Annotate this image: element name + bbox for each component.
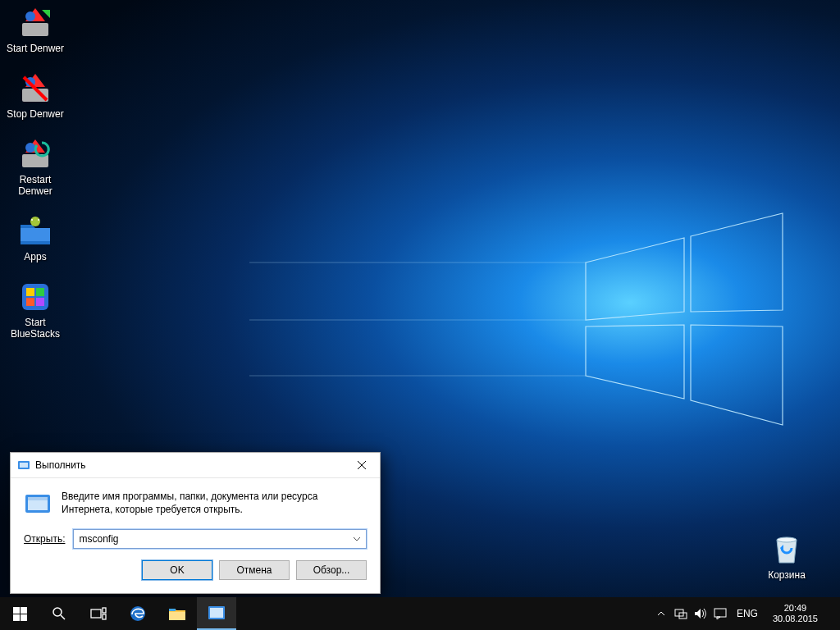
svg-rect-44 — [210, 608, 223, 618]
run-body: Введите имя программы, папки, документа … — [11, 478, 380, 524]
recycle-bin-icon — [769, 532, 805, 568]
desktop: Start Denwer Stop Denwer Restart Denwer … — [0, 0, 840, 630]
svg-point-14 — [30, 217, 40, 226]
icon-label: Start BlueStacks — [5, 317, 66, 340]
svg-rect-37 — [91, 609, 101, 618]
svg-rect-42 — [169, 609, 176, 611]
title-bar[interactable]: Выполнить — [11, 453, 380, 478]
tray-volume-icon[interactable] — [694, 607, 707, 620]
tray-clock[interactable]: 20:49 30.08.2015 — [768, 603, 823, 624]
windows-logo-icon — [13, 607, 27, 621]
svg-marker-5 — [42, 10, 50, 18]
desktop-icon-recycle-bin[interactable]: Корзина — [756, 532, 817, 581]
svg-rect-20 — [26, 298, 34, 306]
svg-point-16 — [38, 219, 39, 221]
wallpaper-logo — [578, 213, 791, 427]
bluestacks-icon — [17, 279, 53, 315]
svg-point-6 — [25, 11, 35, 21]
tray-time: 20:49 — [773, 603, 818, 614]
svg-rect-48 — [714, 609, 726, 617]
icon-label: Stop Denwer — [7, 108, 63, 120]
icon-label: Restart Denwer — [5, 174, 66, 197]
svg-rect-33 — [13, 614, 20, 621]
svg-rect-25 — [20, 463, 28, 468]
system-tray: ENG 20:49 30.08.2015 — [650, 597, 840, 630]
svg-rect-31 — [13, 607, 20, 614]
desktop-icon-start-denwer[interactable]: Start Denwer — [5, 5, 66, 54]
ok-button[interactable]: OK — [142, 560, 212, 580]
tray-language[interactable]: ENG — [733, 608, 761, 619]
denwer-start-icon — [17, 5, 53, 41]
desktop-icon-bluestacks[interactable]: Start BlueStacks — [5, 279, 66, 340]
svg-point-35 — [53, 608, 62, 616]
svg-point-22 — [777, 537, 797, 542]
tray-date: 30.08.2015 — [773, 614, 818, 624]
denwer-restart-icon — [17, 136, 53, 172]
svg-rect-30 — [28, 497, 48, 500]
svg-marker-49 — [717, 617, 720, 619]
taskbar-edge[interactable] — [118, 597, 158, 630]
icon-label: Start Denwer — [7, 43, 64, 54]
svg-rect-32 — [21, 607, 27, 614]
edge-icon — [129, 605, 147, 623]
svg-rect-39 — [103, 614, 106, 619]
apps-folder-icon — [17, 213, 53, 249]
run-taskbar-icon — [208, 605, 226, 620]
search-icon — [52, 606, 66, 621]
task-view-button[interactable] — [79, 597, 118, 630]
svg-line-36 — [61, 615, 65, 619]
svg-rect-21 — [36, 298, 44, 306]
svg-rect-18 — [26, 288, 34, 296]
tray-notifications-icon[interactable] — [714, 607, 727, 620]
svg-rect-17 — [22, 284, 48, 310]
taskbar-explorer[interactable] — [158, 597, 197, 630]
svg-point-13 — [25, 143, 35, 153]
start-button[interactable] — [0, 597, 39, 630]
taskbar: ENG 20:49 30.08.2015 — [0, 597, 840, 630]
svg-rect-38 — [103, 608, 106, 613]
task-view-icon — [90, 607, 107, 620]
svg-point-15 — [31, 219, 33, 221]
svg-rect-34 — [21, 614, 27, 621]
desktop-icons-right: Корзина — [756, 532, 817, 581]
desktop-icons-column: Start Denwer Stop Denwer Restart Denwer … — [5, 5, 66, 340]
svg-rect-19 — [36, 288, 44, 296]
svg-marker-47 — [695, 609, 701, 619]
open-combobox[interactable] — [73, 529, 367, 549]
tray-chevron-up-icon[interactable] — [655, 607, 668, 620]
file-explorer-icon — [168, 605, 186, 622]
open-label: Открыть: — [24, 533, 65, 545]
open-row: Открыть: — [11, 524, 380, 560]
desktop-icon-apps[interactable]: Apps — [5, 213, 66, 262]
icon-label: Apps — [24, 251, 46, 262]
icon-label: Корзина — [768, 569, 806, 581]
desktop-icon-stop-denwer[interactable]: Stop Denwer — [5, 71, 66, 120]
desktop-icon-restart-denwer[interactable]: Restart Denwer — [5, 136, 66, 197]
svg-rect-3 — [22, 23, 48, 36]
search-button[interactable] — [39, 597, 79, 630]
run-dialog-icon — [17, 459, 30, 472]
title-text: Выполнить — [35, 459, 343, 471]
close-button[interactable] — [343, 453, 380, 477]
svg-rect-41 — [169, 612, 185, 620]
taskbar-run[interactable] — [197, 597, 236, 630]
button-row: OK Отмена Обзор... — [11, 560, 380, 593]
run-dialog: Выполнить Введите имя программы, папки, … — [10, 452, 381, 594]
open-input[interactable] — [73, 529, 367, 549]
browse-button[interactable]: Обзор... — [296, 560, 367, 580]
denwer-stop-icon — [17, 71, 53, 107]
tray-network-icon[interactable] — [674, 607, 687, 620]
close-icon — [358, 461, 366, 469]
run-description: Введите имя программы, папки, документа … — [62, 490, 367, 518]
cancel-button[interactable]: Отмена — [219, 560, 290, 580]
run-big-icon — [24, 490, 52, 518]
